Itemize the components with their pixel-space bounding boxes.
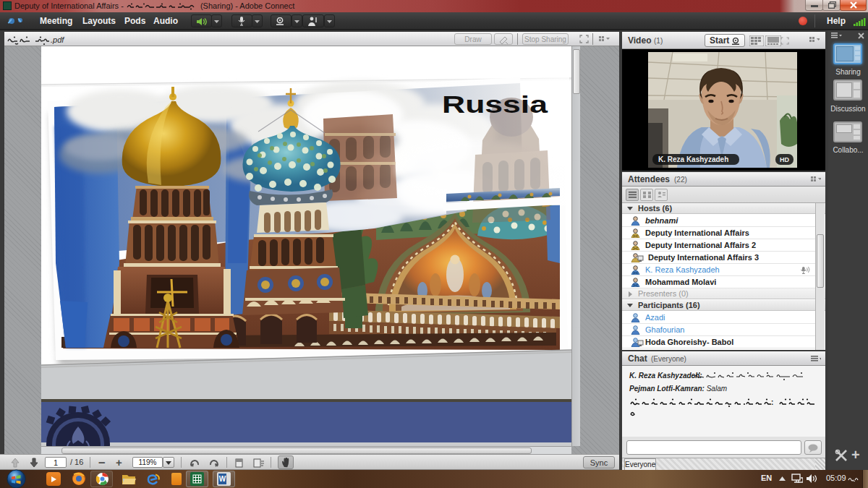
svg-text:K. Reza Kashyzadeh: K. Reza Kashyzadeh [658, 155, 728, 163]
svg-text:.pdf: .pdf [51, 35, 64, 44]
svg-text:HD: HD [780, 156, 789, 163]
svg-text::: : [771, 398, 773, 406]
svg-text:Russia: Russia [442, 91, 548, 118]
